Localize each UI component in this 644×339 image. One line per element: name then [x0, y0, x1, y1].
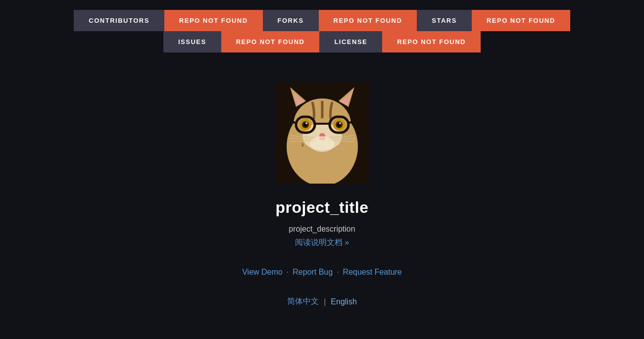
repo-not-found-4-button[interactable]: REPO NOT FOUND: [221, 31, 320, 52]
project-logo: [275, 82, 369, 184]
repo-not-found-2-button[interactable]: REPO NOT FOUND: [319, 10, 417, 31]
separator-1: ·: [287, 268, 289, 277]
nav-row-2: ISSUES REPO NOT FOUND LICENSE REPO NOT F…: [163, 31, 481, 52]
contributors-button[interactable]: CONTRIBUTORS: [74, 10, 164, 31]
language-separator: |: [324, 297, 326, 306]
english-language-link[interactable]: English: [331, 297, 356, 306]
cat-logo-svg: [275, 82, 369, 184]
repo-not-found-1-button[interactable]: REPO NOT FOUND: [164, 10, 263, 31]
chinese-language-link[interactable]: 简体中文: [287, 296, 319, 307]
readme-link[interactable]: 阅读说明文档 »: [295, 238, 349, 248]
forks-button[interactable]: FORKS: [263, 10, 319, 31]
repo-not-found-3-button[interactable]: REPO NOT FOUND: [472, 10, 570, 31]
project-title: project_title: [276, 198, 369, 217]
separator-2: ·: [337, 268, 339, 277]
issues-button[interactable]: ISSUES: [163, 31, 221, 52]
svg-point-12: [305, 122, 307, 124]
svg-line-20: [348, 122, 354, 123]
top-navigation: CONTRIBUTORS REPO NOT FOUND FORKS REPO N…: [0, 0, 644, 52]
request-feature-link[interactable]: Request Feature: [343, 268, 402, 277]
project-description: project_description: [289, 225, 355, 234]
svg-line-26: [329, 139, 355, 139]
nav-row-1: CONTRIBUTORS REPO NOT FOUND FORKS REPO N…: [74, 10, 570, 31]
view-demo-link[interactable]: View Demo: [242, 268, 283, 277]
svg-point-17: [339, 122, 341, 124]
report-bug-link[interactable]: Report Bug: [293, 268, 333, 277]
license-button[interactable]: LICENSE: [319, 31, 382, 52]
svg-point-28: [310, 136, 335, 152]
language-switcher: 简体中文 | English: [287, 296, 357, 307]
stars-button[interactable]: STARS: [417, 10, 472, 31]
demo-links-row: View Demo · Report Bug · Request Feature: [242, 268, 402, 277]
svg-line-23: [289, 139, 316, 139]
svg-line-19: [290, 122, 296, 123]
main-content: project_title project_description 阅读说明文档…: [0, 82, 644, 307]
repo-not-found-5-button[interactable]: REPO NOT FOUND: [382, 31, 481, 52]
